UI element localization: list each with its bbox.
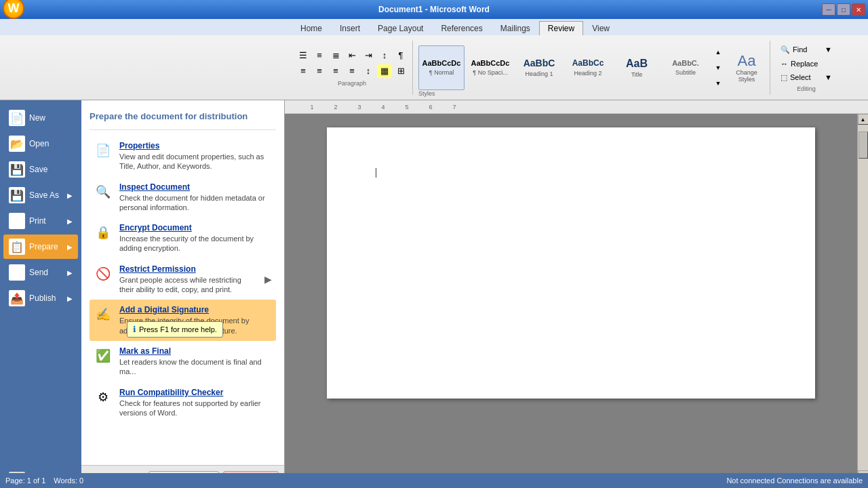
style-title-preview: AaB xyxy=(626,57,648,70)
borders-button[interactable]: ⊞ xyxy=(393,64,408,78)
tab-page-layout[interactable]: Page Layout xyxy=(369,21,432,35)
increase-indent-button[interactable]: ⇥ xyxy=(361,49,376,62)
sidebar-item-print[interactable]: 🖨 Print ▶ xyxy=(3,209,78,233)
tab-insert[interactable]: Insert xyxy=(331,21,369,35)
change-styles-button[interactable]: Aa Change Styles xyxy=(729,45,764,90)
menu-item-mark-final[interactable]: ✅ Mark as Final Let readers know the doc… xyxy=(90,341,276,382)
tab-view[interactable]: View xyxy=(583,21,618,35)
restrict-icon: 🚫 xyxy=(94,264,113,283)
menu-item-compatibility[interactable]: ⚙ Run Compatibility Checker Check for fe… xyxy=(90,382,276,424)
sidebar-item-prepare[interactable]: 📋 Prepare ▶ xyxy=(3,235,78,259)
sidebar-item-save-as[interactable]: 💾 Save As ▶ xyxy=(3,183,78,207)
close-button[interactable]: ✕ xyxy=(852,3,865,16)
tab-home[interactable]: Home xyxy=(292,21,331,35)
restrict-text: Restrict Permission Grant people access … xyxy=(119,264,258,295)
page-info: Page: 1 of 1 xyxy=(5,476,45,485)
styles-group-label: Styles xyxy=(418,90,435,97)
encrypt-desc: Increase the security of the document by… xyxy=(119,234,272,253)
line-spacing-button[interactable]: ↕ xyxy=(361,64,376,78)
menu-item-restrict[interactable]: 🚫 Restrict Permission Grant people acces… xyxy=(90,259,276,300)
style-subtitle-label: Subtitle xyxy=(675,69,696,76)
publish-icon: 📤 xyxy=(9,290,25,306)
numbering-button[interactable]: ≡ xyxy=(312,49,327,62)
style-heading2-button[interactable]: AaBbCc Heading 2 xyxy=(565,45,611,90)
select-button[interactable]: ⬚ Select ▼ xyxy=(776,71,837,84)
open-icon: 📂 xyxy=(9,136,25,152)
scroll-track[interactable] xyxy=(859,125,868,470)
print-label: Print xyxy=(29,216,46,226)
doc-viewport[interactable] xyxy=(285,114,857,481)
properties-text: Properties View and edit document proper… xyxy=(119,141,272,171)
prepare-label: Prepare xyxy=(29,242,58,251)
menu-item-inspect[interactable]: 🔍 Inspect Document Check the document fo… xyxy=(90,177,276,218)
maximize-button[interactable]: □ xyxy=(837,3,850,16)
save-as-icon: 💾 xyxy=(9,187,25,203)
replace-button[interactable]: ↔ Replace xyxy=(776,58,837,70)
style-title-label: Title xyxy=(631,71,643,78)
properties-title: Properties xyxy=(119,141,272,150)
align-center-button[interactable]: ≡ xyxy=(312,64,327,78)
document-area: 1 2 3 4 5 6 7 xyxy=(285,100,868,488)
align-right-button[interactable]: ≡ xyxy=(328,64,343,78)
style-subtitle-preview: AaBbC. xyxy=(672,59,699,68)
publish-label: Publish xyxy=(29,293,56,303)
status-right: Not connected Connections are available xyxy=(726,476,863,485)
office-logo[interactable]: W xyxy=(3,0,24,19)
titlebar: W Document1 - Microsoft Word ─ □ ✕ xyxy=(0,0,868,19)
style-heading1-button[interactable]: AaBbC Heading 1 xyxy=(516,45,562,90)
sidebar-item-new[interactable]: 📄 New xyxy=(3,106,78,130)
save-icon: 💾 xyxy=(9,161,25,178)
sidebar-item-open[interactable]: 📂 Open xyxy=(3,131,78,156)
style-heading2-preview: AaBbCc xyxy=(572,58,604,68)
prepare-icon: 📋 xyxy=(9,239,25,255)
scroll-thumb[interactable] xyxy=(859,131,868,159)
vscrollbar[interactable]: ▲ ▼ xyxy=(857,114,868,481)
styles-scroll-up[interactable]: ▲ xyxy=(713,45,724,59)
compatibility-desc: Check for features not supported by earl… xyxy=(119,399,272,418)
style-no-spacing-button[interactable]: AaBbCcDc ¶ No Spaci... xyxy=(467,45,513,90)
tooltip-text: Press F1 for more help. xyxy=(139,325,217,333)
inspect-title: Inspect Document xyxy=(119,182,272,192)
encrypt-title: Encrypt Document xyxy=(119,223,272,232)
show-marks-button[interactable]: ¶ xyxy=(393,49,408,62)
style-subtitle-button[interactable]: AaBbC. Subtitle xyxy=(663,45,709,90)
sidebar-item-send[interactable]: ✉ Send ▶ xyxy=(3,260,78,285)
menu-item-encrypt[interactable]: 🔒 Encrypt Document Increase the security… xyxy=(90,218,276,259)
send-icon: ✉ xyxy=(9,264,25,281)
sidebar-item-publish[interactable]: 📤 Publish ▶ xyxy=(3,286,78,310)
shading-button[interactable]: ▦ xyxy=(377,64,392,78)
styles-expand[interactable]: ▼ xyxy=(713,77,724,90)
style-title-button[interactable]: AaB Title xyxy=(614,45,660,90)
print-icon: 🖨 xyxy=(9,213,25,229)
tab-mailings[interactable]: Mailings xyxy=(492,21,539,35)
sort-button[interactable]: ↕ xyxy=(377,49,392,62)
digital-sig-icon: ✍ xyxy=(94,305,113,324)
styles-scroll-down[interactable]: ▼ xyxy=(713,61,724,75)
multilevel-button[interactable]: ≣ xyxy=(328,49,343,62)
find-label: Find xyxy=(793,45,807,54)
tab-references[interactable]: References xyxy=(432,21,491,35)
compatibility-text: Run Compatibility Checker Check for feat… xyxy=(119,388,272,418)
titlebar-title: Document1 - Microsoft Word xyxy=(378,5,490,14)
style-normal-button[interactable]: AaBbCcDc ¶ Normal xyxy=(418,45,465,90)
menu-item-digital-sig[interactable]: ✍ Add a Digital Signature Ensure the int… xyxy=(90,300,276,341)
scroll-up-button[interactable]: ▲ xyxy=(858,114,869,125)
save-as-label: Save As xyxy=(29,190,59,200)
align-left-button[interactable]: ≡ xyxy=(296,64,311,78)
find-button[interactable]: 🔍 Find ▼ xyxy=(776,43,837,56)
sidebar-item-save[interactable]: 💾 Save xyxy=(3,157,78,182)
inspect-desc: Check the document for hidden metadata o… xyxy=(119,193,272,213)
inspect-text: Inspect Document Check the document for … xyxy=(119,182,272,213)
find-arrow: ▼ xyxy=(825,45,832,54)
minimize-button[interactable]: ─ xyxy=(822,3,835,16)
bullets-button[interactable]: ☰ xyxy=(296,49,311,62)
mark-final-desc: Let readers know the document is final a… xyxy=(119,357,272,377)
document-page[interactable] xyxy=(327,127,815,399)
send-arrow: ▶ xyxy=(67,269,73,277)
decrease-indent-button[interactable]: ⇤ xyxy=(344,49,359,62)
ribbon-content: ☰ ≡ ≣ ⇤ ⇥ ↕ ¶ ≡ ≡ ≡ ≡ ↕ ▦ ⊞ Paragraph xyxy=(0,35,868,100)
mark-final-title: Mark as Final xyxy=(119,346,272,356)
menu-item-properties[interactable]: 📄 Properties View and edit document prop… xyxy=(90,136,276,177)
tab-review[interactable]: Review xyxy=(539,21,583,35)
justify-button[interactable]: ≡ xyxy=(344,64,359,78)
